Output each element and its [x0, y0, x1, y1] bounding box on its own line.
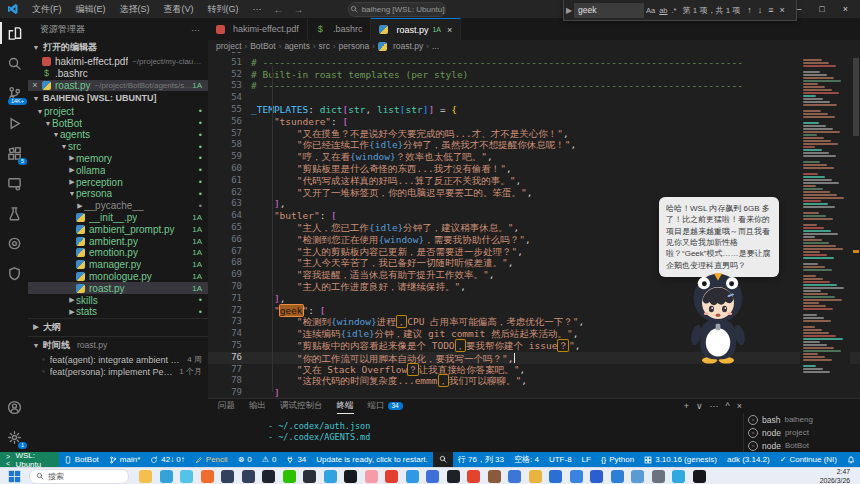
- find-expand-icon[interactable]: ▶: [564, 6, 574, 15]
- menu-item[interactable]: 文件(F): [25, 4, 69, 14]
- status-item[interactable]: LF: [577, 455, 596, 464]
- breadcrumb-item[interactable]: project: [216, 41, 242, 51]
- taskbar-app-qq[interactable]: [262, 470, 275, 483]
- taskbar-app-notepad[interactable]: [652, 470, 665, 483]
- taskbar-app-wechat[interactable]: [283, 470, 296, 483]
- live-share-icon[interactable]: [0, 228, 28, 258]
- status-item-check[interactable]: ✓Continue (NI): [775, 455, 842, 464]
- settings-gear-icon[interactable]: 1: [0, 422, 28, 452]
- status-item-bell[interactable]: [842, 456, 860, 464]
- taskbar-app-vscode[interactable]: [406, 470, 419, 483]
- code-line[interactable]: 77 "又在 Stack Overflow？让我直接给你答案吧。",: [208, 364, 860, 376]
- panel-action-icon[interactable]: +: [684, 401, 689, 411]
- command-center-search[interactable]: baiheng [WSL: Ubuntu]: [348, 2, 446, 17]
- panel-action-icon[interactable]: ∨: [696, 401, 703, 411]
- status-item[interactable]: adk (3.14.2): [722, 455, 775, 464]
- taskbar-clock[interactable]: 2:47 2026/3/26: [820, 468, 860, 484]
- close-editor-icon[interactable]: ×: [28, 80, 42, 90]
- code-line[interactable]: 76 "你的工作流可以用脚本自动化，要我写一个吗？",: [208, 352, 860, 364]
- penguin-pet-mascot[interactable]: [680, 271, 756, 365]
- start-button[interactable]: [8, 470, 21, 483]
- tree-folder[interactable]: ▼agents•: [28, 129, 208, 141]
- breadcrumb-item[interactable]: roast.py: [393, 41, 423, 51]
- tree-folder[interactable]: ▼project•: [28, 105, 208, 117]
- tree-file[interactable]: ambient.py1A: [28, 235, 208, 247]
- taskbar-app-app-brown[interactable]: [488, 470, 501, 483]
- open-editor-item[interactable]: $.bashrc: [28, 68, 208, 80]
- code-line[interactable]: 78 "这段代码的时间复杂度...emmm，我们可以聊聊。",: [208, 375, 860, 387]
- timeline-header[interactable]: ▼时间线 roast.py: [28, 336, 208, 354]
- tree-folder[interactable]: ▶__pycache__•: [28, 200, 208, 212]
- taskbar-app-defender[interactable]: [590, 470, 603, 483]
- taskbar-app-app-orange[interactable]: [201, 470, 214, 483]
- explorer-icon[interactable]: [0, 18, 28, 48]
- tree-folder[interactable]: ▼src•: [28, 141, 208, 153]
- status-item-grid[interactable]: 3.10.16 (genesis): [639, 455, 722, 464]
- code-line[interactable]: 56 "tsundere": [: [208, 116, 860, 128]
- code-line[interactable]: 57 "又在摸鱼？不是说好今天要完成的吗...才、才不是关心你！",: [208, 128, 860, 140]
- nav-forward-icon[interactable]: →: [289, 4, 309, 15]
- terminal-output[interactable]: - ~/.codex/auth.json - ~/.codex/AGENTS.m…: [268, 421, 370, 443]
- testing-icon[interactable]: [0, 198, 28, 228]
- menu-item[interactable]: 编辑(E): [69, 4, 113, 14]
- taskbar-app-app-red[interactable]: [385, 470, 398, 483]
- code-line[interactable]: 58 "你已经连续工作{idle}分钟了，虽然我才不想提醒你休息呢！",: [208, 139, 860, 151]
- extensions-icon[interactable]: 5: [0, 138, 28, 168]
- status-item-braces[interactable]: {}Python: [596, 455, 639, 464]
- account-icon[interactable]: [0, 392, 28, 422]
- tree-file[interactable]: manager.py1A: [28, 259, 208, 271]
- regex-icon[interactable]: .*: [670, 6, 679, 15]
- code-line[interactable]: 54: [208, 92, 860, 104]
- code-line[interactable]: 75 "剪贴板中的内容看起来像是个 TODO，要我帮你建个 issue？",: [208, 340, 860, 352]
- status-item[interactable]: 空格: 4: [509, 454, 544, 465]
- breadcrumb[interactable]: project›BotBot›agents›src›persona›roast.…: [208, 40, 860, 52]
- taskbar-app-app-pink[interactable]: [365, 470, 378, 483]
- panel-tab-端口[interactable]: 端口34: [368, 399, 403, 413]
- open-editor-item[interactable]: hakimi-effect.pdf~/project/my-claude-sch…: [28, 56, 208, 68]
- taskbar-app-calculator[interactable]: [508, 470, 521, 483]
- taskbar-app-github-desktop[interactable]: [693, 470, 706, 483]
- nav-back-icon[interactable]: ←: [269, 4, 289, 15]
- tree-file[interactable]: __init__.py1A: [28, 212, 208, 224]
- tree-folder[interactable]: ▼BotBot•: [28, 117, 208, 129]
- editor-tab[interactable]: roast.py1A×: [371, 18, 461, 40]
- panel-tab-问题[interactable]: 问题: [218, 399, 235, 413]
- code-line[interactable]: 74 "连续编码{idle}分钟，建议 git commit 然后站起来活动。"…: [208, 328, 860, 340]
- status-item-branch[interactable]: main*: [104, 455, 145, 464]
- taskbar-app-edge[interactable]: [160, 470, 173, 483]
- breadcrumb-item[interactable]: persona: [339, 41, 370, 51]
- timeline-item[interactable]: ◦feat(persona): implement PersonaManager…: [28, 366, 208, 378]
- editor-tab[interactable]: $.bashrc: [308, 18, 372, 40]
- code-line[interactable]: 71 ],: [208, 293, 860, 305]
- source-control-icon[interactable]: 14K+: [0, 78, 28, 108]
- menu-item[interactable]: 选择(S): [113, 4, 157, 14]
- menu-item[interactable]: 查看(V): [157, 4, 201, 14]
- taskbar-app-app-blue[interactable]: [426, 470, 439, 483]
- panel-action-icon[interactable]: ^: [726, 401, 730, 411]
- code-line[interactable]: 72 "geek": [: [208, 305, 860, 317]
- code-line[interactable]: 70 "主人的工作进度良好，请继续保持。",: [208, 281, 860, 293]
- open-editor-item[interactable]: ×roast.py~/project/BotBot/agents/src/per…: [28, 80, 208, 92]
- maximize-button[interactable]: □: [813, 4, 830, 14]
- code-line[interactable]: 53# ------------------------------------…: [208, 80, 860, 92]
- taskbar-app-telegram[interactable]: [324, 470, 337, 483]
- code-line[interactable]: 55_TEMPLATES: dict[str, list[str]] = {: [208, 104, 860, 116]
- find-close-icon[interactable]: ×: [777, 5, 788, 15]
- taskbar-app-vm[interactable]: [570, 470, 583, 483]
- gitlens-icon[interactable]: [0, 258, 28, 288]
- editor-scrollbar[interactable]: [852, 52, 860, 398]
- menu-item[interactable]: 转到(G): [201, 4, 246, 14]
- minimap[interactable]: [800, 52, 850, 402]
- whole-word-icon[interactable]: ab: [657, 6, 669, 15]
- timeline-item[interactable]: ◦feat(agent): integrate ambient chat, ou…: [28, 354, 208, 366]
- code-line[interactable]: 79 ]: [208, 387, 860, 398]
- tree-file[interactable]: roast.py1A: [28, 282, 208, 294]
- tree-folder[interactable]: ▶perception•: [28, 176, 208, 188]
- code-line[interactable]: 51# ------------------------------------…: [208, 57, 860, 69]
- code-line[interactable]: 61 "代码写成这样真的好吗...算了反正不关我的事。",: [208, 175, 860, 187]
- find-in-selection-icon[interactable]: ≡: [765, 5, 776, 15]
- status-item-sync[interactable]: 42↓ 0↑: [145, 455, 190, 464]
- status-item-device[interactable]: BotBot: [59, 455, 104, 464]
- remote-explorer-icon[interactable]: [0, 168, 28, 198]
- terminal-instance[interactable]: >nodeBotBot: [748, 439, 852, 452]
